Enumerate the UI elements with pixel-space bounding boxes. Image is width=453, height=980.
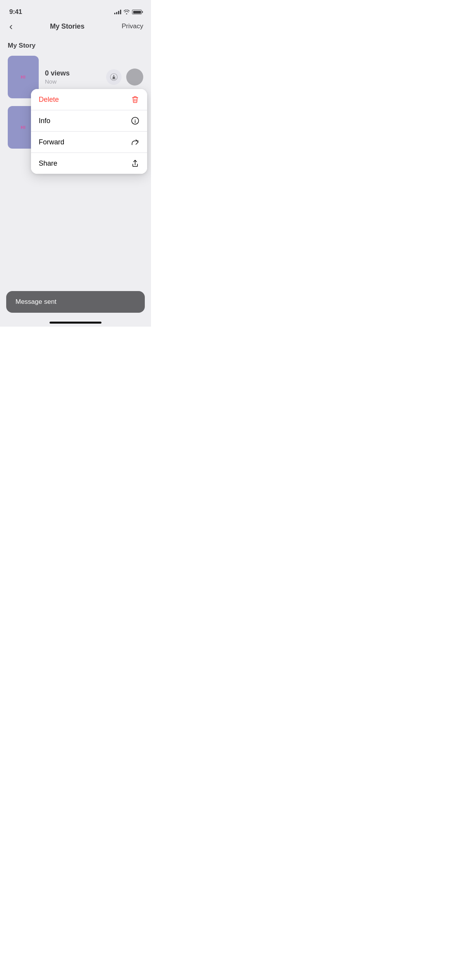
menu-item-forward[interactable]: Forward [31, 132, 147, 153]
info-label: Info [39, 117, 50, 125]
context-menu: Delete Info Forward Share [31, 89, 147, 174]
info-icon [131, 117, 139, 125]
toast-notification: Message sent [6, 291, 145, 313]
menu-item-delete[interactable]: Delete [31, 89, 147, 110]
svg-point-2 [135, 119, 136, 120]
menu-item-info[interactable]: Info [31, 110, 147, 132]
share-label: Share [39, 159, 57, 168]
share-icon [131, 159, 139, 168]
home-indicator [50, 322, 101, 324]
forward-icon [131, 138, 139, 146]
delete-label: Delete [39, 96, 59, 104]
trash-icon [131, 95, 139, 104]
forward-label: Forward [39, 138, 64, 146]
toast-message: Message sent [15, 298, 57, 305]
menu-item-share[interactable]: Share [31, 153, 147, 174]
